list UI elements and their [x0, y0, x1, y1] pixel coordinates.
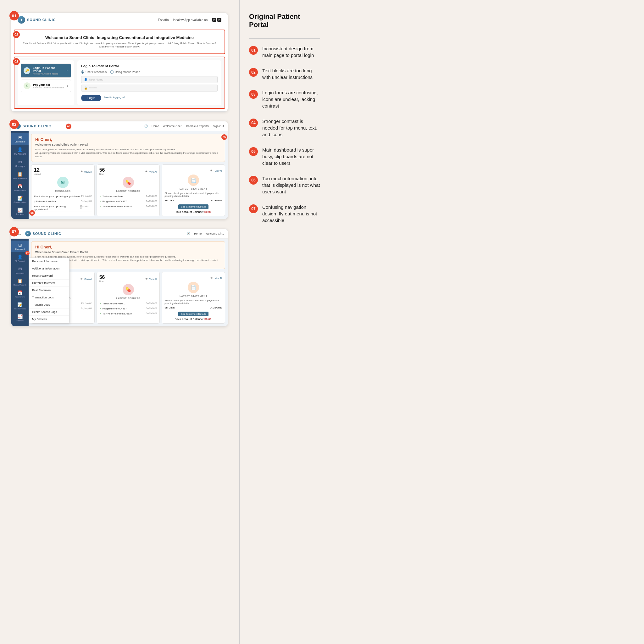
- radio-mobile[interactable]: Using Mobile Phone: [110, 70, 140, 74]
- card3-result-text-3: TSH+T4F+T3Free:376137: [103, 312, 132, 315]
- nav-welcome[interactable]: Welcome Cheri: [163, 125, 182, 128]
- card3-statement-view-all[interactable]: View All: [215, 277, 222, 279]
- card3-nav-home[interactable]: Home: [194, 232, 202, 235]
- card3-statement-btn[interactable]: See Statement Details: [178, 312, 208, 316]
- bill-date: 04/28/2023: [210, 199, 222, 202]
- messages-circle-icon: ✉: [57, 177, 69, 188]
- card3-sidebar-trackers[interactable]: 📈 Trackers: [11, 312, 29, 324]
- statement-desc: Please check your latest statement. If p…: [164, 192, 222, 197]
- nav-clock-icon: 🕐: [144, 125, 148, 128]
- sidebar-label-trackers: Trackers: [16, 213, 24, 215]
- healow-text: Healow App available on:: [173, 18, 208, 22]
- msg-date-3: Mon, Apr 17: [80, 205, 92, 211]
- menu-item-pay[interactable]: $ Pay your bill View and settle your sta…: [21, 80, 71, 92]
- card3-msg-view-all[interactable]: View All: [84, 278, 92, 280]
- card3-result-date-2: 04/19/2023: [146, 307, 157, 310]
- bill-label: Bill Date:: [164, 199, 175, 202]
- results-widget-header: 56 New 👁 View All: [99, 167, 157, 175]
- messages-widget: 12 unread 👁 View All ✉ MESSAGES: [31, 164, 95, 216]
- sidebar-item-records[interactable]: 📋 Medical Records: [11, 170, 29, 181]
- flyout-my-devices[interactable]: My Devices: [29, 316, 69, 323]
- sidebar-item-dashboard[interactable]: ⊞ Dashboard: [11, 133, 29, 145]
- google-play-badge[interactable]: ▶: [217, 18, 221, 22]
- nav-signout[interactable]: Sign Out: [213, 125, 224, 128]
- card3-nav-welcome[interactable]: Welcome Ch...: [205, 232, 224, 235]
- account-badge-07: 07: [25, 251, 30, 255]
- card3-messages-icon: ✉: [18, 266, 22, 271]
- card1-wrapper: 01 ✦ SOUND CLINIC Español Healow App ava…: [11, 13, 228, 112]
- card3-statement-circle: 📄: [188, 282, 199, 293]
- sidebar-item-trackers[interactable]: 📈 Trackers: [11, 206, 29, 217]
- card3-screenshot: Pa... ✦ SOUND CLINIC 🕐 Home Welcome Ch..…: [11, 229, 228, 326]
- portal-header-right: 🕐 Home Welcome Cheri Cambie a Español Si…: [144, 125, 224, 128]
- card3-questionnaires-label: Questionnaires: [14, 308, 26, 310]
- statement-btn[interactable]: See Statement Details: [178, 204, 208, 209]
- results-view-all[interactable]: View All: [149, 171, 157, 173]
- balance-amount: $0.00: [204, 210, 212, 214]
- sidebar-item-messages[interactable]: ✉ Messages: [11, 158, 29, 169]
- messages-view-all[interactable]: View All: [84, 171, 92, 173]
- card3-sidebar-messages[interactable]: ✉ Messages: [11, 264, 29, 276]
- sidebar-label-account: My Account: [14, 153, 25, 155]
- flyout-current-statement[interactable]: Current Statement: [29, 280, 69, 287]
- flyout-transmit-logs[interactable]: Transmit Logs: [29, 301, 69, 308]
- flyout-transaction-logs[interactable]: Transaction Logs: [29, 294, 69, 301]
- trouble-link[interactable]: Trouble logging in?: [104, 96, 125, 99]
- card3-sidebar-questionnaires[interactable]: 📝 Questionnaires: [11, 300, 29, 312]
- card3-sidebar-dashboard[interactable]: ⊞ Dashboard: [11, 241, 29, 252]
- questionnaires-icon: 📝: [17, 196, 23, 201]
- sidebar-label-records: Medical Records: [13, 177, 27, 179]
- result-item-1: ✓Testosterone,Free .... 04/19/2023: [99, 194, 157, 199]
- nav-home[interactable]: Home: [152, 125, 159, 128]
- espanol-link[interactable]: Español: [158, 18, 169, 22]
- radio-credentials[interactable]: User Credentials: [81, 70, 107, 74]
- flyout-additional[interactable]: Additional Information: [29, 265, 69, 272]
- card3-dashboard-icon: ⊞: [18, 242, 22, 247]
- statement-view-all[interactable]: View All: [215, 170, 222, 172]
- card3-records-label: Medical Records: [14, 284, 26, 286]
- sidebar-item-appointments[interactable]: 📅 Appointments: [11, 182, 29, 193]
- sidebar-item-account[interactable]: 👤 My Account: [11, 145, 29, 157]
- result-date-3: 04/19/2023: [146, 205, 157, 208]
- flyout-health-access[interactable]: Health Access Logs: [29, 308, 69, 316]
- username-input[interactable]: 👤 User Name: [81, 76, 218, 83]
- finding-item-06: 06 Too much information, info that is di…: [249, 175, 320, 195]
- flyout-reset-password[interactable]: Reset Password: [29, 272, 69, 280]
- card3-results-view-all[interactable]: View All: [149, 278, 157, 280]
- card3-number-badge: 07: [9, 227, 19, 236]
- finding-badge-01: 01: [249, 46, 258, 55]
- nav-espanol[interactable]: Cambie a Español: [186, 125, 209, 128]
- finding-badge-06: 06: [249, 176, 258, 185]
- hi-banner: Hi Cheri, Welcome to Sound Clinic Patien…: [31, 134, 225, 162]
- card3-sidebar-account[interactable]: 👤 My Account 07: [11, 253, 29, 264]
- finding-text-07: Confusing navigation design, fly out men…: [262, 204, 320, 224]
- dashboard-icon: ⊞: [18, 135, 22, 140]
- right-panel-title: Original Patient Portal: [249, 13, 320, 29]
- password-input[interactable]: 🔒 ••••••••: [81, 85, 218, 92]
- messages-count-label: unread: [34, 173, 41, 175]
- statement-widget-header: 👁 View All: [164, 167, 222, 173]
- card3-sidebar-appointments[interactable]: 📅 Appointments: [11, 288, 29, 300]
- finding-badge-05: 05: [249, 147, 258, 156]
- card1-screenshot: ✦ SOUND CLINIC Español Healow App availa…: [11, 13, 228, 112]
- finding-text-06: Too much information, info that is displ…: [262, 175, 320, 195]
- finding-text-02: Text blocks are too long with unclear in…: [262, 67, 320, 81]
- app-store-badge[interactable]: ▶: [212, 18, 216, 22]
- card3-sidebar-records[interactable]: 📋 Medical Records: [11, 276, 29, 288]
- login-button[interactable]: Login: [81, 95, 101, 101]
- msg-date-1: Fri, Jun 02: [81, 195, 92, 198]
- sidebar-item-questionnaires[interactable]: 📝 Questionnaires: [11, 194, 29, 205]
- result-text-1: Testosterone,Free ....: [103, 195, 126, 198]
- card3-results-header: 56 New 👁 View All: [99, 275, 157, 282]
- flyout-past-statement[interactable]: Past Statement: [29, 287, 69, 294]
- dashboard-main: 05 Hi Cheri, Welcome to Sound Clinic Pat…: [29, 131, 228, 219]
- left-panel: 01 ✦ SOUND CLINIC Español Healow App ava…: [0, 0, 239, 644]
- card3-results-widget: 56 New 👁 View All 💊 LATEST RESULTS: [97, 272, 160, 324]
- flyout-personal[interactable]: Personal Information: [29, 258, 69, 265]
- card3-statement-desc: Please check your latest statement. If p…: [164, 299, 222, 305]
- card3-statement-header: 👁 View All: [164, 275, 222, 280]
- menu-item-login[interactable]: 🔑 Login To Patient Portal Access your he…: [21, 64, 71, 78]
- card3-results-count-label: New: [99, 280, 105, 282]
- card3-msg-date-2: Fri, May 05: [81, 307, 92, 310]
- card1-left-menu: 🔑 Login To Patient Portal Access your he…: [18, 60, 74, 105]
